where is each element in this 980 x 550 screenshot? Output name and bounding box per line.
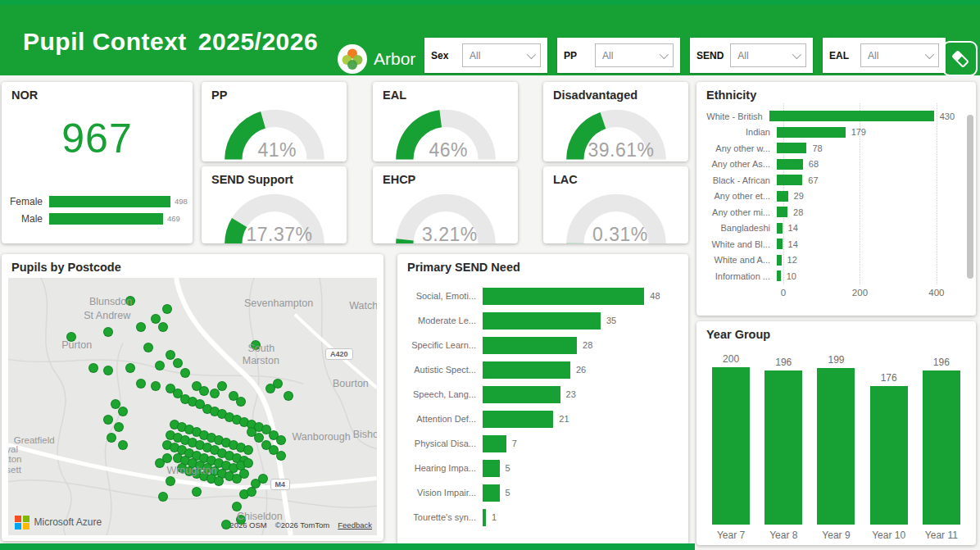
- pupil-postcode-dot[interactable]: [107, 433, 116, 443]
- year-group-title: Year Group: [696, 321, 976, 343]
- clear-filters-button[interactable]: [942, 41, 978, 76]
- data-bar[interactable]: [777, 143, 806, 153]
- category-label: Tourette's syn...: [404, 512, 483, 522]
- pupil-postcode-dot[interactable]: [166, 476, 175, 486]
- map-canvas[interactable]: Microsoft Azure ©2026 OSM ©2026 TomTom F…: [8, 278, 377, 535]
- data-bar[interactable]: [870, 386, 908, 525]
- data-bar[interactable]: [777, 255, 782, 266]
- data-bar[interactable]: [483, 361, 570, 379]
- category-label: Physical Disa...: [404, 439, 483, 448]
- pupil-postcode-dot[interactable]: [284, 391, 293, 401]
- pupil-postcode-dot[interactable]: [88, 363, 98, 373]
- data-bar[interactable]: [483, 460, 500, 477]
- pupil-postcode-dot[interactable]: [103, 366, 113, 375]
- map-place-label: Watchfield: [349, 300, 377, 311]
- pupil-postcode-dot[interactable]: [236, 397, 246, 407]
- category-label: White - British: [705, 111, 769, 121]
- pupil-postcode-dot[interactable]: [199, 386, 209, 396]
- pupil-postcode-dot[interactable]: [162, 304, 172, 314]
- data-bar[interactable]: [483, 337, 577, 354]
- disadvantaged-gauge-value: 39.61%: [588, 139, 654, 161]
- data-bar[interactable]: [483, 386, 560, 403]
- data-bar[interactable]: [483, 509, 486, 526]
- ethnicity-scrollbar[interactable]: [967, 110, 973, 284]
- data-bar[interactable]: [483, 288, 644, 305]
- data-bar[interactable]: [777, 270, 781, 281]
- pupil-postcode-dot[interactable]: [217, 381, 227, 391]
- data-bar[interactable]: [777, 191, 788, 202]
- send-support-gauge-card[interactable]: SEND Support 17.37%: [202, 166, 347, 243]
- pupil-postcode-dot[interactable]: [118, 407, 128, 416]
- chevron-down-icon: [925, 49, 934, 58]
- pupil-postcode-dot[interactable]: [158, 492, 168, 502]
- data-bar[interactable]: [817, 368, 855, 525]
- pupil-postcode-dot[interactable]: [155, 458, 165, 468]
- pupil-postcode-dot[interactable]: [221, 520, 231, 530]
- pupil-postcode-dot[interactable]: [143, 343, 153, 352]
- pupil-postcode-dot[interactable]: [103, 415, 113, 425]
- primary-send-need-card[interactable]: Primary SEND Need Social, Emoti...48Mode…: [397, 254, 688, 545]
- data-bar[interactable]: [483, 484, 500, 502]
- pupil-postcode-dot[interactable]: [232, 474, 242, 484]
- pupil-postcode-dot[interactable]: [210, 389, 220, 398]
- pupil-postcode-dot[interactable]: [180, 368, 190, 378]
- filter-eal-dropdown[interactable]: All: [860, 43, 939, 67]
- map-place-label: sett: [8, 465, 21, 475]
- pupils-by-postcode-card[interactable]: Pupils by Postcode Microsoft Azure ©2026…: [2, 254, 383, 541]
- pp-gauge-card[interactable]: PP 41%: [202, 82, 347, 161]
- year-group-card[interactable]: Year Group 200Year 7196Year 8199Year 917…: [696, 321, 976, 545]
- data-bar[interactable]: [777, 127, 846, 138]
- bar-row: Any other w...78: [705, 140, 955, 157]
- pupil-postcode-dot[interactable]: [243, 445, 253, 455]
- sex-bar[interactable]: [49, 213, 163, 225]
- pupil-postcode-dot[interactable]: [158, 322, 168, 332]
- data-bar[interactable]: [769, 111, 934, 121]
- data-bar[interactable]: [483, 411, 553, 428]
- nor-card[interactable]: NOR 967 Female498Male469: [2, 82, 193, 243]
- pupil-postcode-dot[interactable]: [114, 422, 124, 432]
- filter-send-dropdown[interactable]: All: [730, 43, 806, 67]
- pupil-postcode-dot[interactable]: [247, 427, 256, 437]
- pupil-postcode-dot[interactable]: [136, 322, 146, 332]
- pupil-postcode-dot[interactable]: [273, 379, 283, 389]
- data-bar[interactable]: [764, 370, 802, 525]
- category-label: Indian: [705, 127, 777, 137]
- sex-bar[interactable]: [49, 196, 170, 207]
- feedback-link[interactable]: Feedback: [338, 520, 372, 530]
- pupil-postcode-dot[interactable]: [103, 327, 113, 337]
- pupil-postcode-dot[interactable]: [151, 381, 161, 391]
- disadvantaged-gauge-card[interactable]: Disadvantaged 39.61%: [543, 82, 688, 161]
- pupil-postcode-dot[interactable]: [118, 440, 128, 450]
- data-bar[interactable]: [483, 312, 601, 330]
- pupil-postcode-dot[interactable]: [155, 361, 165, 370]
- data-bar[interactable]: [483, 435, 506, 452]
- eal-gauge-card[interactable]: EAL 46%: [373, 82, 518, 161]
- pupil-postcode-dot[interactable]: [258, 474, 268, 484]
- ethnicity-card[interactable]: Ethnicity White - British430Indian179Any…: [696, 82, 976, 316]
- pupil-postcode-dot[interactable]: [214, 476, 224, 486]
- ehcp-gauge-card[interactable]: EHCP 3.21%: [373, 166, 518, 243]
- data-bar[interactable]: [712, 367, 750, 525]
- microsoft-logo-icon: [15, 516, 29, 530]
- data-bar[interactable]: [777, 207, 787, 217]
- data-bar[interactable]: [777, 159, 803, 170]
- pupil-postcode-dot[interactable]: [192, 487, 202, 497]
- category-label: Year 7: [717, 530, 745, 541]
- data-label: 199: [828, 354, 844, 366]
- pupil-postcode-dot[interactable]: [276, 451, 286, 461]
- pupil-postcode-dot[interactable]: [276, 435, 286, 445]
- data-bar[interactable]: [777, 223, 783, 234]
- pupil-postcode-dot[interactable]: [136, 379, 146, 389]
- data-bar[interactable]: [777, 239, 783, 249]
- category-label: Any other w...: [705, 143, 777, 153]
- pupil-postcode-dot[interactable]: [173, 358, 183, 368]
- filter-pp-dropdown[interactable]: All: [595, 43, 674, 67]
- data-bar[interactable]: [923, 370, 960, 525]
- pupil-postcode-dot[interactable]: [243, 458, 253, 468]
- lac-gauge-card[interactable]: LAC 0.31%: [543, 166, 688, 243]
- category-label: Any other mi...: [705, 207, 777, 217]
- data-bar[interactable]: [777, 175, 802, 185]
- nor-sex-bars: Female498Male469: [10, 193, 186, 227]
- pupil-postcode-dot[interactable]: [125, 363, 135, 373]
- filter-sex-dropdown[interactable]: All: [462, 43, 541, 67]
